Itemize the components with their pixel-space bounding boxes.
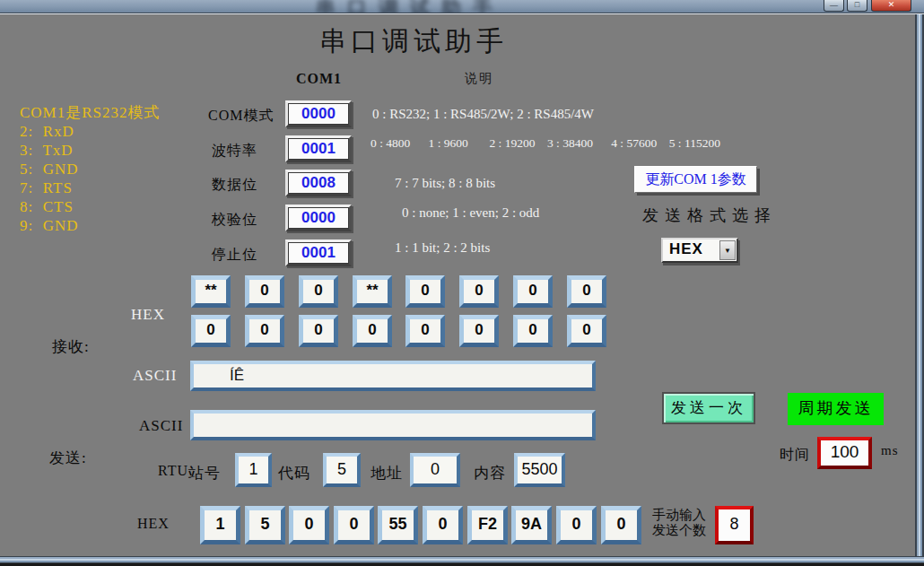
rtu-label: RTU [158,463,188,479]
send-section-label: 发送: [49,448,87,468]
page-title: 串口调试助手 [319,23,508,60]
periodic-send-button[interactable]: 周期发送 [788,393,884,425]
send-hex-cell[interactable]: 0 [601,506,641,544]
receive-hex-cell: 0 [245,275,284,308]
stop-bits-value[interactable]: 0001 [285,239,352,266]
app-window: 串口调试助手 — □ ✕ 串口调试助手 COM1 说明 COM1是RS232模式… [0,0,924,566]
send-format-label: 发送格式选择 [642,205,777,226]
receive-hex-cell: ** [353,275,392,308]
baud-rate-label: 波特率 [212,142,257,161]
send-once-button[interactable]: 发送一次 [662,392,755,424]
send-format-selected-value: HEX [669,240,703,258]
receive-hex-cell: ** [191,275,231,308]
titlebar: 串口调试助手 [0,0,924,13]
send-hex-cell[interactable]: 9A [511,506,552,544]
send-ascii-label: ASCII [139,417,183,435]
address-label: 地址 [370,463,403,483]
content-field[interactable]: 5500 [514,453,565,487]
stop-bits-desc: 1 : 1 bit; 2 : 2 bits [395,240,490,256]
window-border-bottom [0,556,924,563]
com-mode-value[interactable]: 0000 [285,100,352,127]
receive-hex-cell: 0 [353,315,392,347]
parity-desc: 0 : none; 1 : even; 2 : odd [402,205,539,221]
dropdown-button[interactable]: ▼ [719,240,736,260]
pinout-line: 3: TxD [20,141,161,160]
receive-section-label: 接收: [52,336,90,357]
minimize-button[interactable]: — [824,0,844,12]
receive-hex-cell: 0 [459,275,499,308]
pinout-line: 9: GND [20,216,161,235]
maximize-button[interactable]: □ [847,0,867,12]
close-icon: ✕ [888,0,895,9]
pinout-line: 2: RxD [20,122,161,141]
time-label: 时间 [780,446,810,465]
station-label: 站号 [188,463,221,483]
receive-hex-cell: 0 [405,275,445,308]
close-button[interactable]: ✕ [871,0,911,12]
window-title-blurred: 串口调试助手 [316,0,504,13]
time-unit-label: ms [881,443,899,458]
send-hex-cell[interactable]: F2 [467,506,508,544]
receive-hex-cell: 0 [299,275,338,308]
window-border-right [915,14,924,556]
baud-rate-desc: 0 : 4800 1 : 9600 2 : 19200 3 : 38400 4 … [370,136,720,151]
receive-hex-cell: 0 [513,275,553,308]
stop-bits-label: 停止位 [212,246,257,265]
send-hex-cell[interactable]: 55 [378,506,418,544]
manual-count-label-line1: 手动输入 [652,508,706,523]
chevron-down-icon: ▼ [724,247,731,255]
send-hex-cell[interactable]: 0 [423,506,463,544]
baud-rate-value[interactable]: 0001 [285,135,352,162]
station-field[interactable]: 1 [235,453,272,487]
minimize-icon: — [830,0,838,9]
receive-hex-cell: 0 [405,315,445,347]
receive-hex-cell: 0 [459,315,499,347]
send-hex-cell[interactable]: 1 [200,506,240,544]
data-bits-desc: 7 : 7 bits; 8 : 8 bits [395,176,495,191]
send-hex-cell[interactable]: 0 [334,506,374,544]
manual-count-label: 手动输入 发送个数 [652,508,706,538]
receive-hex-cell: 0 [299,315,338,347]
com-mode-desc: 0 : RS232; 1 : RS485/2W; 2 : RS485/4W [372,107,594,122]
pinout-line: 5: GND [20,160,161,179]
parity-label: 校验位 [212,211,257,230]
pinout-line: COM1是RS232模式 [20,103,161,122]
data-bits-label: 数据位 [212,176,257,195]
receive-hex-label: HEX [131,306,165,324]
send-hex-cell[interactable]: 5 [245,506,285,544]
send-hex-label: HEX [137,516,170,532]
send-format-dropdown[interactable]: HEX ▼ [661,238,738,263]
parity-value[interactable]: 0000 [285,205,352,231]
time-field[interactable]: 100 [817,437,872,469]
receive-hex-cell: 0 [245,315,284,347]
receive-ascii-field: ÍÊ [190,361,596,391]
send-hex-cell[interactable]: 0 [556,506,597,544]
receive-hex-cell: 0 [191,315,231,347]
pinout-line: 8: CTS [20,197,161,216]
receive-ascii-label: ASCII [133,367,177,385]
manual-count-label-line2: 发送个数 [652,523,706,538]
receive-hex-cell: 0 [567,315,606,347]
description-column-header: 说明 [465,71,493,87]
data-bits-value[interactable]: 0008 [285,170,352,196]
update-com-params-button[interactable]: 更新COM 1参数 [634,166,757,193]
manual-count-field[interactable]: 8 [715,506,754,544]
code-label: 代码 [278,463,310,483]
code-field[interactable]: 5 [323,453,361,487]
com-port-header: COM1 [296,71,342,87]
pinout-info: COM1是RS232模式 2: RxD 3: TxD 5: GND 7: RTS… [20,103,161,235]
com-mode-label: COM模式 [208,107,274,126]
content-label: 内容 [474,463,506,483]
send-hex-cell[interactable]: 0 [289,506,329,544]
receive-hex-cell: 0 [513,315,553,347]
receive-hex-cell: 0 [567,275,606,308]
send-ascii-field[interactable] [190,410,596,440]
pinout-line: 7: RTS [20,179,161,197]
maximize-icon: □ [855,0,859,9]
address-field[interactable]: 0 [410,453,460,487]
